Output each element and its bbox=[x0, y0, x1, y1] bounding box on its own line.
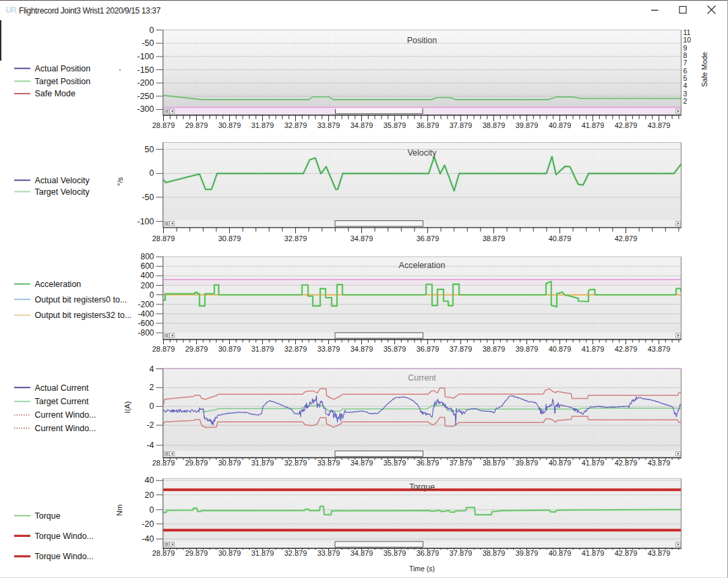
svg-text:800: 800 bbox=[140, 252, 154, 261]
svg-text:42.879: 42.879 bbox=[615, 459, 638, 467]
svg-text:32.879: 32.879 bbox=[284, 549, 307, 557]
svg-text:29.879: 29.879 bbox=[185, 459, 208, 467]
svg-text:42.879: 42.879 bbox=[615, 549, 638, 557]
svg-text:36.879: 36.879 bbox=[417, 121, 439, 129]
svg-text:6: 6 bbox=[684, 67, 688, 75]
svg-text:31.879: 31.879 bbox=[251, 549, 274, 557]
svg-text:Torque Windo...: Torque Windo... bbox=[35, 532, 94, 541]
svg-text:Time (s): Time (s) bbox=[409, 565, 435, 573]
svg-text:-40: -40 bbox=[142, 534, 154, 544]
svg-text:32.879: 32.879 bbox=[284, 345, 307, 353]
svg-text:35.879: 35.879 bbox=[384, 459, 406, 467]
svg-text:2: 2 bbox=[684, 97, 688, 105]
svg-text:Nm: Nm bbox=[115, 505, 123, 516]
svg-text:-800: -800 bbox=[138, 328, 154, 338]
svg-text:43.879: 43.879 bbox=[648, 345, 671, 353]
svg-text:20: 20 bbox=[145, 490, 154, 500]
svg-text:10: 10 bbox=[684, 36, 692, 44]
svg-text:29.879: 29.879 bbox=[185, 345, 208, 353]
svg-text:28.879: 28.879 bbox=[152, 121, 175, 129]
svg-text:-100: -100 bbox=[137, 52, 154, 61]
svg-text:40.879: 40.879 bbox=[549, 459, 572, 467]
svg-text:9: 9 bbox=[684, 44, 688, 52]
svg-text:28.879: 28.879 bbox=[152, 459, 175, 467]
svg-text:40.879: 40.879 bbox=[549, 234, 572, 243]
svg-text:Actual Current: Actual Current bbox=[35, 383, 89, 393]
svg-text:Safe Mode: Safe Mode bbox=[35, 89, 76, 98]
svg-text:37.879: 37.879 bbox=[450, 459, 473, 467]
svg-text:Torque Windo...: Torque Windo... bbox=[35, 552, 94, 561]
svg-text:34.879: 34.879 bbox=[351, 549, 373, 557]
svg-text:39.879: 39.879 bbox=[516, 121, 539, 129]
svg-text:Torque: Torque bbox=[35, 511, 61, 521]
svg-text:42.879: 42.879 bbox=[615, 121, 638, 129]
svg-text:29.879: 29.879 bbox=[185, 121, 208, 129]
svg-text:-50: -50 bbox=[142, 193, 154, 202]
svg-text:400: 400 bbox=[140, 271, 154, 280]
svg-text:0: 0 bbox=[150, 26, 154, 35]
svg-text:28.879: 28.879 bbox=[152, 234, 175, 243]
svg-text:34.879: 34.879 bbox=[351, 459, 373, 467]
svg-text:-600: -600 bbox=[138, 319, 154, 328]
svg-text:37.879: 37.879 bbox=[450, 121, 473, 129]
svg-text:34.879: 34.879 bbox=[351, 121, 373, 129]
svg-text:0: 0 bbox=[150, 505, 154, 515]
svg-text:31.879: 31.879 bbox=[251, 121, 274, 129]
svg-text:Position: Position bbox=[407, 36, 437, 45]
svg-text:42.879: 42.879 bbox=[615, 234, 638, 243]
svg-text:38.879: 38.879 bbox=[483, 549, 506, 557]
svg-text:36.879: 36.879 bbox=[417, 459, 439, 467]
svg-text:43.879: 43.879 bbox=[648, 549, 671, 557]
svg-text:37.879: 37.879 bbox=[450, 345, 473, 353]
svg-text:42.879: 42.879 bbox=[615, 345, 638, 353]
svg-text:I(A): I(A) bbox=[123, 402, 131, 414]
svg-text:-2: -2 bbox=[146, 420, 154, 430]
svg-text:38.879: 38.879 bbox=[483, 234, 506, 243]
svg-text:28.879: 28.879 bbox=[152, 549, 175, 557]
svg-text:4: 4 bbox=[684, 82, 688, 90]
svg-text:39.879: 39.879 bbox=[516, 459, 539, 467]
svg-text:40.879: 40.879 bbox=[549, 345, 572, 353]
svg-text:43.879: 43.879 bbox=[648, 121, 671, 129]
svg-text:37.879: 37.879 bbox=[450, 549, 473, 557]
svg-text:4: 4 bbox=[150, 364, 154, 374]
svg-text:29.879: 29.879 bbox=[185, 549, 208, 557]
svg-text:30.879: 30.879 bbox=[218, 234, 241, 243]
svg-text:Acceleration: Acceleration bbox=[399, 261, 446, 270]
svg-text:0: 0 bbox=[150, 168, 154, 178]
svg-text:5: 5 bbox=[684, 74, 688, 82]
svg-text:-300: -300 bbox=[137, 104, 154, 114]
svg-text:41.879: 41.879 bbox=[582, 345, 605, 353]
svg-text:-200: -200 bbox=[138, 300, 154, 309]
svg-text:3: 3 bbox=[684, 90, 688, 98]
svg-text:41.879: 41.879 bbox=[582, 549, 605, 557]
svg-text:Output bit registers0 to...: Output bit registers0 to... bbox=[35, 295, 127, 304]
svg-text:40.879: 40.879 bbox=[549, 121, 572, 129]
svg-text:Velocity: Velocity bbox=[407, 148, 437, 158]
svg-text:36.879: 36.879 bbox=[417, 234, 439, 243]
svg-text:38.879: 38.879 bbox=[483, 121, 506, 129]
svg-text:39.879: 39.879 bbox=[516, 345, 539, 353]
svg-text:2: 2 bbox=[150, 383, 154, 392]
svg-text:Actual Position: Actual Position bbox=[35, 64, 91, 73]
svg-text:Current: Current bbox=[408, 373, 436, 383]
svg-text:Current Windo...: Current Windo... bbox=[35, 410, 96, 420]
svg-text:28.879: 28.879 bbox=[152, 345, 175, 353]
svg-text:33.879: 33.879 bbox=[317, 121, 340, 129]
svg-text:-20: -20 bbox=[142, 519, 154, 529]
svg-text:31.879: 31.879 bbox=[251, 459, 274, 467]
svg-text:Acceleration: Acceleration bbox=[35, 280, 82, 289]
svg-text:-4: -4 bbox=[146, 441, 154, 450]
svg-text:35.879: 35.879 bbox=[384, 121, 406, 129]
svg-text:600: 600 bbox=[140, 261, 154, 271]
svg-text:Target Current: Target Current bbox=[35, 397, 89, 406]
svg-text:41.879: 41.879 bbox=[582, 459, 605, 467]
svg-text:°/s: °/s bbox=[116, 177, 124, 186]
svg-text:40.879: 40.879 bbox=[549, 549, 572, 557]
svg-text:200: 200 bbox=[140, 281, 154, 290]
svg-text:0: 0 bbox=[150, 402, 154, 411]
svg-text:Target Position: Target Position bbox=[35, 77, 91, 86]
svg-text:Actual Velocity: Actual Velocity bbox=[35, 176, 90, 185]
svg-text:31.879: 31.879 bbox=[251, 345, 274, 353]
svg-text:Current Windo...: Current Windo... bbox=[35, 424, 96, 433]
